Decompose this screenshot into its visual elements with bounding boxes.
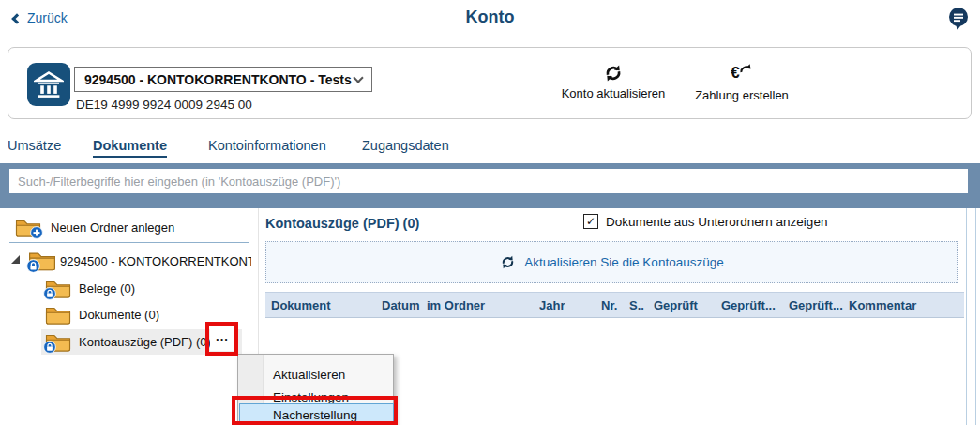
account-selector-value: 9294500 - KONTOKORRENTKONTO - Tests (84, 72, 354, 87)
tab-umsaetze[interactable]: Umsätze (8, 138, 61, 156)
column-header-jahr[interactable]: Jahr (539, 298, 601, 312)
search-input[interactable] (9, 169, 968, 193)
feedback-chat-button[interactable] (947, 7, 970, 31)
panel-left-border (8, 208, 8, 420)
column-header-kommentar[interactable]: Kommentar (849, 298, 964, 312)
folder-context-menu: Aktualisieren Einstellungen Nacherstellu… (237, 354, 394, 425)
account-selector[interactable]: 9294500 - KONTOKORRENTKONTO - Tests (74, 67, 372, 92)
refresh-account-button[interactable]: Konto aktualisieren (543, 63, 684, 100)
tree-root-item[interactable]: 9294500 - KONTOKORRENTKONTO (60, 254, 251, 268)
account-card: 9294500 - KONTOKORRENTKONTO - Tests DE19… (8, 47, 972, 119)
folder-icon (45, 304, 71, 325)
documents-table-header: Dokument Datum im Ordner Jahr Nr. S.. Ge… (265, 292, 964, 318)
account-iban: DE19 4999 9924 0009 2945 00 (76, 98, 252, 112)
folder-lock-icon (45, 278, 71, 298)
search-band (0, 163, 980, 208)
app-window: Zurück Konto 9294500 - KONTOKORRENTKONTO… (0, 0, 980, 425)
column-header-geprueft-3[interactable]: Geprüft... (789, 298, 849, 312)
euro-arrow-icon: € (731, 63, 752, 85)
vertical-scrollbar-track[interactable] (966, 208, 976, 425)
column-header-datum[interactable]: Datum (382, 298, 427, 312)
tree-item-belege[interactable]: Belege (0) (45, 278, 135, 298)
folder-plus-icon (15, 217, 41, 237)
content-title: Kontoauszüge (PDF) (0) (265, 216, 419, 231)
column-header-im-ordner[interactable]: im Ordner (427, 298, 539, 312)
new-folder-button[interactable]: Neuen Ordner anlegen (15, 217, 174, 237)
tree-expander-icon[interactable] (11, 255, 20, 264)
folder-lock-icon (28, 249, 56, 271)
chevron-down-icon (353, 72, 363, 83)
column-header-dokument[interactable]: Dokument (271, 298, 382, 312)
column-header-s[interactable]: S.. (629, 298, 654, 312)
context-menu-item-nacherstellung[interactable]: Nacherstellung (239, 403, 394, 425)
refresh-icon (500, 254, 516, 270)
checkmark-icon: ✓ (586, 215, 596, 228)
refresh-statements-label: Aktualisieren Sie die Kontoauszüge (524, 255, 723, 269)
context-menu-item-aktualisieren[interactable]: Aktualisieren (239, 364, 393, 386)
tree-item-dokumente[interactable]: Dokumente (0) (45, 304, 159, 325)
tree-item-kontoauszuege[interactable]: Kontoauszüge (PDF) (0) (45, 331, 211, 352)
create-payment-label: Zahlung erstellen (695, 88, 789, 102)
subfolder-checkbox-label: Dokumente aus Unterordnern anzeigen (606, 215, 827, 229)
tree-divider (9, 242, 249, 243)
column-header-nr[interactable]: Nr. (601, 298, 629, 312)
page-title: Konto (0, 8, 980, 27)
subfolder-checkbox-row: ✓ Dokumente aus Unterordnern anzeigen (583, 214, 827, 229)
refresh-account-label: Konto aktualisieren (562, 86, 666, 100)
refresh-statements-button[interactable]: Aktualisieren Sie die Kontoauszüge (265, 241, 958, 283)
refresh-icon (603, 63, 624, 83)
new-folder-label: Neuen Ordner anlegen (51, 220, 174, 235)
tab-zugangsdaten[interactable]: Zugangsdaten (362, 138, 449, 156)
tab-kontoinformationen[interactable]: Kontoinformationen (208, 138, 326, 156)
column-header-geprueft-1[interactable]: Geprüft (654, 298, 721, 312)
tab-dokumente[interactable]: Dokumente (93, 138, 167, 158)
column-header-geprueft-2[interactable]: Geprüft... (721, 298, 789, 312)
folder-lock-icon (45, 331, 71, 352)
subfolder-checkbox[interactable]: ✓ (583, 214, 598, 229)
chat-bubble-icon (947, 7, 970, 31)
create-payment-button[interactable]: € Zahlung erstellen (671, 63, 812, 102)
folder-more-options-button[interactable]: ... (210, 326, 234, 351)
bank-icon (27, 63, 70, 106)
